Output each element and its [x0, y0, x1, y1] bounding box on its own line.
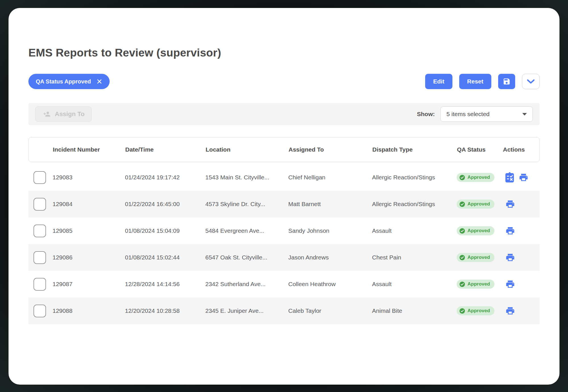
col-actions: Actions: [503, 146, 539, 153]
dispatch-type-cell: Chest Pain: [372, 254, 457, 261]
checkbox-cell: [28, 225, 53, 237]
print-icon[interactable]: [505, 279, 515, 289]
row-checkbox[interactable]: [34, 225, 46, 237]
table-row: 129084 01/22/2024 16:45:00 4573 Skyline …: [28, 191, 540, 217]
print-icon[interactable]: [518, 173, 529, 182]
status-badge-label: Approved: [467, 255, 490, 260]
show-select[interactable]: 5 items selected: [440, 106, 533, 122]
status-badge-label: Approved: [467, 228, 490, 234]
print-icon[interactable]: [505, 199, 515, 209]
col-qa-status: QA Status: [457, 146, 503, 153]
col-assigned-to: Assigned To: [289, 146, 372, 153]
datetime-cell: 01/22/2024 16:45:00: [125, 201, 205, 207]
checkbox-cell: [28, 278, 53, 291]
location-cell: 4573 Skyline Dr. City...: [205, 201, 288, 207]
chevron-down-icon: [527, 79, 535, 84]
checkbox-cell: [28, 251, 53, 264]
table-row: 129083 01/24/2024 19:17:42 1543 Main St.…: [28, 164, 540, 191]
row-actions-cell: [503, 306, 540, 316]
show-label: Show:: [417, 111, 435, 118]
check-circle-icon: [460, 228, 465, 234]
assigned-to-cell: Jason Andrews: [288, 254, 372, 261]
status-badge-label: Approved: [467, 281, 490, 287]
row-checkbox[interactable]: [34, 278, 46, 291]
clipboard-review-icon[interactable]: [505, 172, 514, 183]
row-actions-cell: [503, 253, 540, 262]
print-icon[interactable]: [505, 306, 515, 316]
check-circle-icon: [460, 202, 465, 207]
page-background: EMS Reports to Review (supervisor) QA St…: [0, 0, 568, 392]
row-checkbox[interactable]: [34, 198, 46, 211]
status-badge: Approved: [457, 280, 494, 289]
filter-chip-label: QA Status Approved: [36, 78, 91, 85]
qa-status-cell: Approved: [457, 306, 503, 315]
incident-number-cell: 129087: [53, 281, 125, 288]
status-badge: Approved: [457, 306, 494, 315]
qa-status-cell: Approved: [457, 226, 503, 235]
row-checkbox[interactable]: [34, 171, 46, 184]
qa-status-cell: Approved: [457, 280, 503, 289]
dispatch-type-cell: Allergic Reaction/Stings: [372, 201, 457, 207]
incident-number-cell: 129085: [53, 227, 125, 234]
table-row: 129085 01/08/2024 15:04:09 5484 Evergree…: [28, 217, 540, 244]
col-location: Location: [206, 146, 289, 153]
filter-chip-qa-status[interactable]: QA Status Approved: [28, 74, 110, 89]
bulk-actions-toolbar: Assign To Show: 5 items selected: [28, 103, 540, 125]
incident-number-cell: 129088: [53, 307, 125, 314]
dispatch-type-cell: Assault: [372, 281, 457, 288]
assigned-to-cell: Sandy Johnson: [288, 227, 372, 234]
check-circle-icon: [460, 282, 465, 287]
status-badge: Approved: [457, 173, 494, 182]
check-circle-icon: [460, 255, 465, 260]
row-checkbox[interactable]: [34, 251, 46, 264]
assigned-to-cell: Colleen Heathrow: [288, 281, 372, 288]
status-badge-label: Approved: [467, 201, 490, 207]
show-group: Show: 5 items selected: [417, 106, 533, 122]
close-icon[interactable]: [97, 79, 102, 84]
assign-to-label: Assign To: [55, 110, 85, 118]
row-actions-cell: [503, 226, 540, 236]
reset-button[interactable]: Reset: [459, 74, 491, 89]
table-body: 129083 01/24/2024 19:17:42 1543 Main St.…: [28, 164, 540, 324]
datetime-cell: 01/24/2024 19:17:42: [125, 174, 205, 181]
datetime-cell: 12/20/2024 10:28:58: [125, 307, 205, 314]
status-badge-label: Approved: [467, 175, 490, 180]
edit-button[interactable]: Edit: [425, 74, 452, 89]
status-badge-label: Approved: [467, 308, 490, 314]
row-actions-cell: [503, 172, 540, 183]
table-row: 129088 12/20/2024 10:28:58 2345 E. Junip…: [28, 297, 540, 324]
location-cell: 2345 E. Juniper Ave...: [205, 307, 288, 314]
person-add-icon: [42, 110, 51, 118]
assigned-to-cell: Caleb Taylor: [288, 307, 372, 314]
incident-number-cell: 129084: [53, 201, 125, 207]
qa-status-cell: Approved: [457, 253, 503, 262]
expand-button[interactable]: [522, 74, 540, 89]
qa-status-cell: Approved: [457, 173, 503, 182]
page-title: EMS Reports to Review (supervisor): [28, 47, 540, 59]
incident-number-cell: 129086: [53, 254, 125, 261]
table-header: Incident Number Date/Time Location Assig…: [28, 137, 540, 162]
save-button[interactable]: [498, 74, 515, 89]
print-icon[interactable]: [505, 253, 515, 262]
location-cell: 5484 Evergreen Ave...: [205, 227, 288, 234]
checkbox-cell: [28, 171, 53, 184]
dispatch-type-cell: Allergic Reaction/Stings: [372, 174, 457, 181]
location-cell: 2342 Sutherland Ave...: [205, 281, 288, 288]
print-icon[interactable]: [505, 226, 515, 236]
dispatch-type-cell: Animal Bite: [372, 307, 457, 314]
status-badge: Approved: [457, 253, 494, 262]
datetime-cell: 01/08/2024 15:02:44: [125, 254, 205, 261]
status-badge: Approved: [457, 226, 494, 235]
assign-to-button[interactable]: Assign To: [35, 106, 92, 122]
filter-actions-row: QA Status Approved Edit Reset: [28, 74, 540, 89]
row-actions-cell: [503, 199, 540, 209]
assigned-to-cell: Matt Barnett: [288, 201, 372, 207]
header-actions: Edit Reset: [425, 74, 540, 89]
table-row: 129086 01/08/2024 15:02:44 6547 Oak St. …: [28, 244, 540, 271]
col-dispatch-type: Dispatch Type: [372, 146, 457, 153]
check-circle-icon: [460, 175, 465, 180]
app-card: EMS Reports to Review (supervisor) QA St…: [9, 8, 559, 385]
qa-status-cell: Approved: [457, 200, 503, 209]
checkbox-cell: [28, 305, 53, 317]
row-checkbox[interactable]: [34, 305, 46, 317]
